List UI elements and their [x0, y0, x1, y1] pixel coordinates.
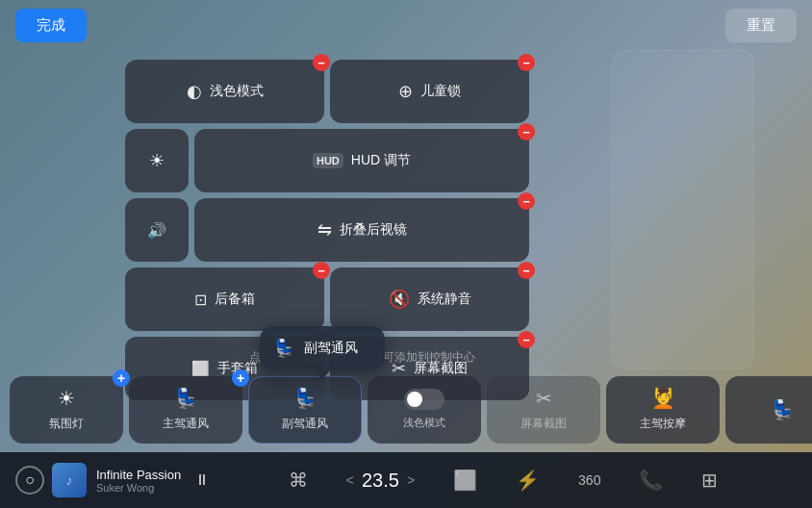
remove-screenshot[interactable]: − [518, 331, 535, 348]
top-bar: 完成 重置 [0, 0, 812, 50]
fold-mirror-label: 折叠后视镜 [340, 221, 407, 239]
nav-temperature: < 23.5 > [346, 470, 415, 492]
remove-child-lock[interactable]: − [518, 54, 535, 71]
steering-icon: ⌘ [289, 469, 308, 492]
trunk-icon: ⊡ [194, 291, 207, 309]
nav-bar: ○ ♪ Infinite Passion Suker Wong ⏸ ⌘ < 23… [0, 452, 812, 508]
brightness-icon: ☀ [149, 150, 165, 171]
tile-fold-mirror[interactable]: − ⇋ 折叠后视镜 [194, 198, 529, 262]
remove-light-mode[interactable]: − [313, 54, 330, 71]
panel-row-3: − ⊡ 后备箱 − 🔇 系统静音 [125, 267, 529, 331]
remove-fold-mirror[interactable]: − [518, 192, 535, 210]
strip-card-passenger-vent[interactable]: 💺 副驾通风 [248, 376, 362, 444]
temp-down-button[interactable]: < [346, 472, 354, 488]
child-lock-icon: ⊕ [398, 81, 413, 102]
light-mode-icon: ◐ [187, 81, 202, 102]
screenshot-strip-label: 屏幕截图 [520, 416, 567, 432]
hud-label: HUD 调节 [351, 152, 411, 169]
tile-light-mode[interactable]: − ◐ 浅色模式 [125, 60, 324, 123]
tile-volume[interactable]: 🔊 [125, 198, 189, 262]
tile-hud[interactable]: − HUD HUD 调节 [194, 129, 529, 192]
tile-brightness[interactable]: ☀ [125, 129, 189, 192]
nav-steering[interactable]: ⌘ [289, 469, 308, 492]
strip-card-driver-vent[interactable]: + 💺 主驾通风 [129, 376, 242, 444]
strip-card-ambient[interactable]: + ☀ 氛围灯 [10, 376, 123, 444]
dropdown-card[interactable]: 💺 副驾通风 [260, 326, 385, 370]
apps-icon: ⊞ [701, 469, 718, 492]
remove-mute[interactable]: − [518, 262, 535, 279]
bottom-strip: + ☀ 氛围灯 + 💺 主驾通风 💺 副驾通风 浅色模式 ✂ 屏幕截图 💆 主驾… [0, 368, 812, 450]
phone-icon: 📞 [639, 469, 663, 492]
driver-vent-icon: 💺 [174, 387, 198, 410]
nav-360[interactable]: 360 [578, 472, 600, 488]
tile-mute[interactable]: − 🔇 系统静音 [330, 267, 529, 331]
strip-card-extra[interactable]: + 💺 [725, 376, 812, 444]
light-mode-label: 浅色模式 [210, 83, 264, 100]
home-icon: ○ [25, 471, 35, 489]
music-artist: Suker Wong [96, 482, 181, 494]
play-pause-button[interactable]: ⏸ [194, 471, 210, 489]
charge-icon: ⚡ [516, 469, 540, 492]
hud-icon: HUD [313, 153, 343, 168]
add-ambient-badge[interactable]: + [113, 369, 130, 387]
volume-icon: 🔊 [147, 221, 166, 240]
massage-icon: 💆 [651, 387, 675, 410]
panel-row-1: − ◐ 浅色模式 − ⊕ 儿童锁 [125, 60, 529, 123]
right-empty-zone [612, 50, 754, 369]
passenger-vent-icon: 💺 [293, 387, 317, 410]
massage-label: 主驾按摩 [640, 416, 686, 432]
tile-trunk[interactable]: − ⊡ 后备箱 [125, 267, 324, 331]
dropdown-label: 副驾通风 [304, 340, 358, 357]
home-button[interactable]: ○ [15, 466, 44, 495]
dropdown-icon: 💺 [273, 338, 294, 359]
temp-up-button[interactable]: > [407, 472, 415, 488]
screenshot-strip-icon: ✂ [536, 387, 552, 410]
mute-label: 系统静音 [418, 291, 471, 308]
music-info: Infinite Passion Suker Wong [96, 468, 181, 494]
strip-card-light-mode-toggle[interactable]: 浅色模式 [368, 376, 481, 444]
nav-car[interactable]: ⬜ [453, 469, 477, 492]
strip-card-massage[interactable]: 💆 主驾按摩 [606, 376, 720, 444]
add-driver-vent-badge[interactable]: + [232, 369, 249, 387]
remove-trunk[interactable]: − [313, 262, 330, 279]
temp-value: 23.5 [362, 470, 399, 492]
car-icon: ⬜ [453, 469, 477, 492]
mute-icon: 🔇 [389, 289, 410, 310]
music-section[interactable]: ♪ Infinite Passion Suker Wong ⏸ [52, 463, 210, 497]
nav-charge[interactable]: ⚡ [516, 469, 540, 492]
passenger-vent-label: 副驾通风 [282, 416, 328, 432]
remove-hud[interactable]: − [518, 123, 535, 140]
done-button[interactable]: 完成 [15, 9, 87, 42]
album-art: ♪ [52, 463, 87, 497]
nav-apps[interactable]: ⊞ [701, 469, 718, 492]
child-lock-label: 儿童锁 [420, 83, 461, 100]
music-title: Infinite Passion [96, 468, 181, 482]
light-mode-toggle[interactable] [404, 389, 444, 410]
360-label: 360 [578, 472, 600, 488]
nav-phone[interactable]: 📞 [639, 469, 663, 492]
toggle-mode-label: 浅色模式 [403, 416, 445, 430]
tile-child-lock[interactable]: − ⊕ 儿童锁 [330, 60, 529, 123]
fold-mirror-icon: ⇋ [317, 219, 332, 241]
ambient-icon: ☀ [58, 387, 75, 410]
trunk-label: 后备箱 [215, 291, 255, 308]
reset-button[interactable]: 重置 [725, 9, 797, 42]
strip-card-screenshot[interactable]: ✂ 屏幕截图 [487, 376, 600, 444]
nav-center: ⌘ < 23.5 > ⬜ ⚡ 360 📞 ⊞ [210, 469, 797, 492]
driver-vent-label: 主驾通风 [163, 416, 209, 432]
panel-row-2: ☀ 🔊 − HUD HUD 调节 − ⇋ 折叠后视镜 [125, 129, 529, 262]
dropdown-arrow [315, 370, 330, 380]
ambient-label: 氛围灯 [49, 416, 84, 432]
extra-icon: 💺 [771, 398, 795, 421]
